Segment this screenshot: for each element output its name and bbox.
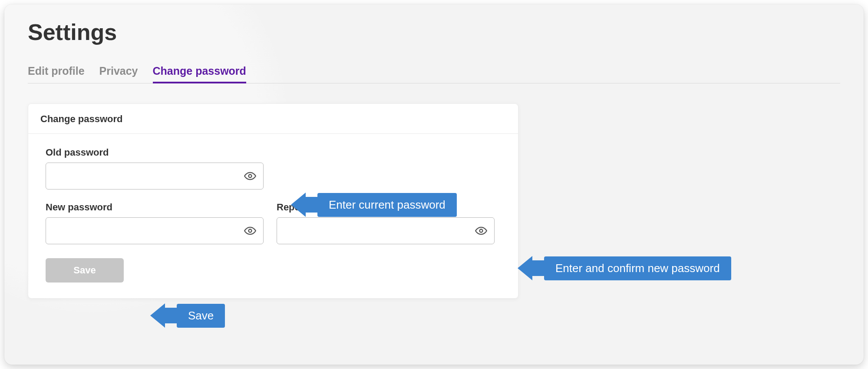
page-title: Settings [28,19,840,45]
callout-text: Enter and confirm new password [544,256,731,280]
svg-point-0 [249,175,252,178]
arrow-left-icon [291,193,306,217]
old-password-input-wrap [46,163,264,189]
row-old-password: Old password [46,147,501,189]
settings-page: Settings Edit profile Privacy Change pas… [4,4,864,365]
new-password-label: New password [46,202,264,213]
old-password-input[interactable] [46,163,263,189]
field-old-password: Old password [46,147,264,189]
arrow-stem [532,260,545,276]
callout-new-password: Enter and confirm new password [518,256,731,280]
eye-icon[interactable] [243,169,257,183]
tab-edit-profile[interactable]: Edit profile [28,64,85,83]
repeat-password-input[interactable] [277,218,494,244]
tab-change-password[interactable]: Change password [153,64,246,83]
callout-current-password: Enter current password [291,193,457,217]
eye-icon[interactable] [474,224,488,238]
arrow-left-icon [518,256,532,280]
arrow-left-icon [150,303,165,328]
callout-text: Save [177,304,225,328]
old-password-label: Old password [46,147,264,158]
new-password-input[interactable] [46,218,263,244]
callout-text: Enter current password [317,193,457,217]
new-password-input-wrap [46,217,264,244]
svg-point-1 [249,229,252,233]
repeat-password-input-wrap [277,217,495,244]
card-title: Change password [28,104,518,134]
field-new-password: New password [46,202,264,244]
eye-icon[interactable] [243,224,257,238]
save-button[interactable]: Save [46,258,124,283]
arrow-stem [306,197,318,213]
tab-privacy[interactable]: Privacy [99,64,138,83]
callout-save: Save [150,303,225,328]
arrow-stem [165,308,177,323]
settings-tabs: Edit profile Privacy Change password [28,64,840,83]
svg-point-2 [480,229,483,233]
